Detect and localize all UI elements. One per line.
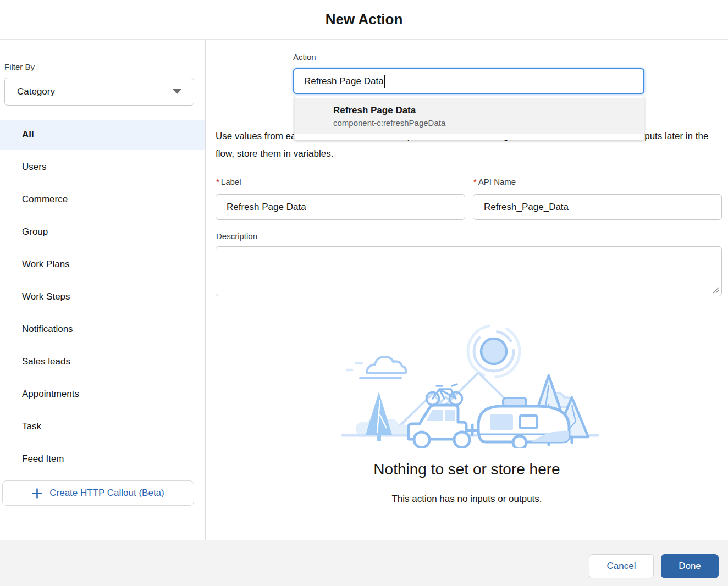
sidebar-item-group[interactable]: Group xyxy=(0,217,205,247)
action-field-label: Action xyxy=(293,52,316,62)
text-cursor xyxy=(384,75,385,88)
category-select-value: Category xyxy=(17,86,55,97)
create-http-callout-button[interactable]: Create HTTP Callout (Beta) xyxy=(2,480,194,506)
label-field-label: * Label xyxy=(216,177,241,186)
cancel-button[interactable]: Cancel xyxy=(589,554,654,578)
modal-header: New Action xyxy=(0,0,728,40)
action-search-input[interactable]: Refresh Page Data xyxy=(293,68,644,94)
sidebar-item-sales-leads[interactable]: Sales leads xyxy=(0,347,205,377)
suggestion-option-refresh-page-data[interactable]: Refresh Page Data component-c:refreshPag… xyxy=(295,98,644,134)
action-input-value: Refresh Page Data xyxy=(304,76,384,87)
label-input[interactable] xyxy=(216,194,465,220)
sidebar-item-work-plans[interactable]: Work Plans xyxy=(0,250,205,279)
modal-footer: Cancel Done xyxy=(0,540,728,586)
empty-state-heading: Nothing to set or store here xyxy=(206,461,728,478)
suggestion-title: Refresh Page Data xyxy=(333,105,644,116)
filter-by-label: Filter By xyxy=(4,62,35,71)
chevron-down-icon xyxy=(173,89,181,94)
description-field-label: Description xyxy=(216,231,257,241)
required-asterisk: * xyxy=(216,177,219,186)
sidebar-item-users[interactable]: Users xyxy=(0,152,205,182)
create-http-callout-label: Create HTTP Callout (Beta) xyxy=(49,488,164,499)
required-asterisk: * xyxy=(473,177,477,186)
suggestion-subtitle: component-c:refreshPageData xyxy=(333,118,644,128)
description-textarea[interactable] xyxy=(216,246,722,296)
sidebar-item-notifications[interactable]: Notifications xyxy=(0,314,205,344)
modal-title: New Action xyxy=(326,11,403,28)
plus-icon xyxy=(32,488,42,499)
empty-state-subtext: This action has no inputs or outputs. xyxy=(206,494,728,505)
category-filter-select[interactable]: Category xyxy=(4,78,194,106)
done-button[interactable]: Done xyxy=(661,554,719,578)
sidebar-item-commerce[interactable]: Commerce xyxy=(0,185,205,214)
sidebar-item-task[interactable]: Task xyxy=(0,412,205,441)
category-sidebar: Filter By Category All Users Commerce Gr… xyxy=(0,40,206,540)
sidebar-divider xyxy=(0,471,205,471)
action-suggestion-dropdown: Refresh Page Data component-c:refreshPag… xyxy=(294,96,644,140)
sidebar-item-feed-item[interactable]: Feed Item xyxy=(0,444,205,474)
category-list: All Users Commerce Group Work Plans Work… xyxy=(0,120,205,477)
api-name-field-label: * API Name xyxy=(473,177,516,186)
sidebar-item-appointments[interactable]: Appointments xyxy=(0,379,205,409)
camping-scene-illustration xyxy=(338,322,602,448)
action-config-panel: Action Refresh Page Data Use values from… xyxy=(206,40,728,540)
api-name-input[interactable] xyxy=(473,194,722,220)
sidebar-item-all[interactable]: All xyxy=(0,120,205,150)
sidebar-item-work-steps[interactable]: Work Steps xyxy=(0,282,205,312)
